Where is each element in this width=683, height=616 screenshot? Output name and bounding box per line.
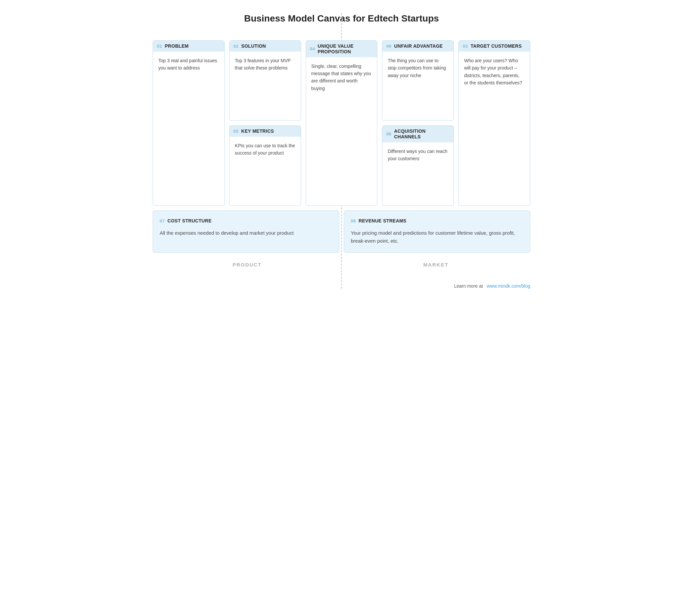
revenue-streams-card: 08 REVENUE STREAMS Your pricing model an… xyxy=(344,211,530,252)
cost-structure-number: 07 xyxy=(159,218,165,223)
target-customers-title: TARGET CUSTOMERS xyxy=(471,43,522,49)
acquisition-channels-title: ACQUISITION CHANNELS xyxy=(394,128,449,140)
key-metrics-number: 05 xyxy=(234,129,238,134)
key-metrics-card: 05 KEY METRICS KPIs you can use to track… xyxy=(229,126,301,206)
solution-card-header: 02 SOLUTION xyxy=(230,41,301,52)
key-metrics-title: KEY METRICS xyxy=(241,128,274,134)
solution-body: Top 3 features in your MVP that solve th… xyxy=(235,57,296,114)
solution-card: 02 SOLUTION Top 3 features in your MVP t… xyxy=(229,40,301,121)
acquisition-channels-body: Different ways you can reach your custom… xyxy=(387,148,448,200)
solution-number: 02 xyxy=(234,44,238,49)
target-customers-card-header: 03 TARGET CUSTOMERS xyxy=(459,41,530,52)
key-metrics-body: KPIs you can use to track the success of… xyxy=(235,142,296,200)
market-label: MARKET xyxy=(341,262,530,267)
unfair-advantage-title: UNFAIR ADVANTAGE xyxy=(394,43,443,49)
unique-value-title: UNIQUE VALUE PROPOSITION xyxy=(318,43,373,54)
acquisition-channels-number: 06 xyxy=(386,131,391,136)
col2-wrapper: 02 SOLUTION Top 3 features in your MVP t… xyxy=(229,40,301,206)
cost-structure-title: COST STRUCTURE xyxy=(167,218,211,224)
revenue-streams-body: Your pricing model and predictions for c… xyxy=(351,229,524,245)
cost-structure-card: 07 COST STRUCTURE All the expenses neede… xyxy=(153,211,339,252)
solution-title: SOLUTION xyxy=(241,43,266,49)
revenue-streams-title: REVENUE STREAMS xyxy=(358,218,406,224)
cost-structure-card-header: 07 COST STRUCTURE xyxy=(159,218,332,224)
unfair-advantage-card: 09 UNFAIR ADVANTAGE The thing you can us… xyxy=(382,40,454,121)
bottom-labels: PRODUCT MARKET xyxy=(153,262,530,267)
footer-link[interactable]: www.mindk.com/blog xyxy=(487,283,531,289)
unique-value-card: 04 UNIQUE VALUE PROPOSITION Single, clea… xyxy=(306,40,378,206)
product-label: PRODUCT xyxy=(153,262,341,267)
problem-body: Top 3 real and painful issues you want t… xyxy=(158,57,219,200)
revenue-streams-card-header: 08 REVENUE STREAMS xyxy=(351,218,524,224)
unique-value-card-header: 04 UNIQUE VALUE PROPOSITION xyxy=(306,41,377,57)
unique-value-number: 04 xyxy=(310,46,315,51)
problem-card-header: 01 PROBLEM xyxy=(153,41,224,52)
bottom-grid: 07 COST STRUCTURE All the expenses neede… xyxy=(153,211,530,252)
acquisition-channels-card-header: 06 ACQUISITION CHANNELS xyxy=(382,126,453,142)
footer-text: Learn more at xyxy=(454,283,483,289)
cost-structure-body: All the expenses needed to develop and m… xyxy=(159,229,332,237)
unfair-advantage-body: The thing you can use to stop competitor… xyxy=(387,57,448,114)
problem-card: 01 PROBLEM Top 3 real and painful issues… xyxy=(153,40,225,206)
acquisition-channels-card: 06 ACQUISITION CHANNELS Different ways y… xyxy=(382,126,454,206)
problem-number: 01 xyxy=(157,44,162,49)
top-grid: 01 PROBLEM Top 3 real and painful issues… xyxy=(153,40,530,206)
target-customers-number: 03 xyxy=(463,44,468,49)
unfair-advantage-number: 09 xyxy=(386,44,391,49)
revenue-streams-number: 08 xyxy=(351,218,356,223)
problem-title: PROBLEM xyxy=(165,43,189,49)
target-customers-card: 03 TARGET CUSTOMERS Who are your users? … xyxy=(458,40,530,206)
unique-value-body: Single, clear, compelling message that s… xyxy=(311,63,372,200)
unfair-advantage-card-header: 09 UNFAIR ADVANTAGE xyxy=(382,41,453,52)
target-customers-body: Who are your users? Who will pay for you… xyxy=(464,57,525,200)
key-metrics-card-header: 05 KEY METRICS xyxy=(230,126,301,137)
col4-wrapper: 09 UNFAIR ADVANTAGE The thing you can us… xyxy=(382,40,454,206)
